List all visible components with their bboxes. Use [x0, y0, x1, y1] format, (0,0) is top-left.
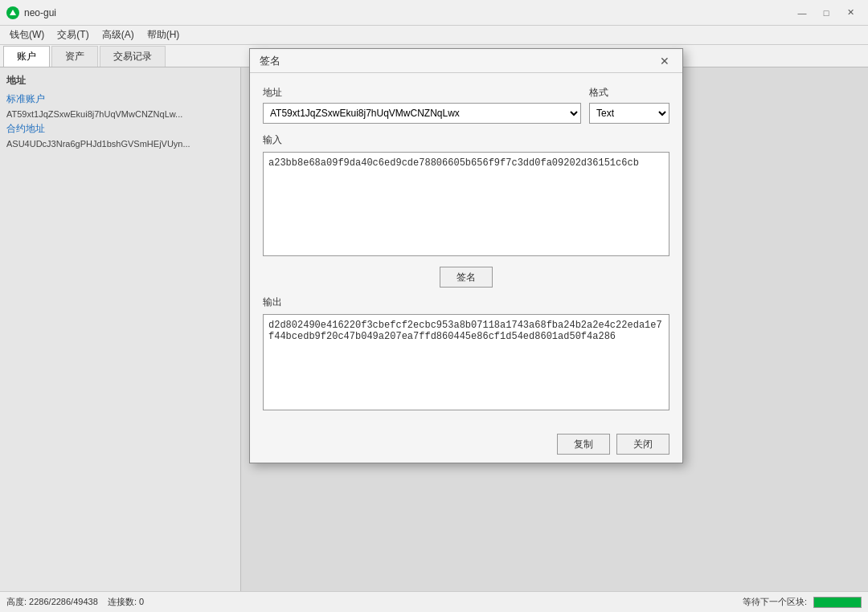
sign-modal: 签名 ✕ 地址 AT59xt1JqZSxwEkui8j7hUqVMwCNZNqL…: [249, 48, 683, 463]
modal-title: 签名: [260, 54, 280, 68]
format-select[interactable]: Text Hex Base64: [589, 103, 669, 124]
height-label: 高度: 2286/2286/49438: [6, 597, 98, 606]
tab-assets[interactable]: 资产: [51, 46, 98, 67]
tab-transactions[interactable]: 交易记录: [100, 46, 166, 67]
status-bar: 高度: 2286/2286/49438 连接数: 0 等待下一个区块:: [0, 591, 868, 612]
input-textarea[interactable]: a23bb8e68a09f9da40c6ed9cde78806605b656f9…: [263, 152, 669, 256]
block-progress: [813, 597, 862, 608]
modal-title-bar: 签名 ✕: [250, 49, 682, 73]
menu-advanced[interactable]: 高级(A): [96, 27, 141, 43]
format-group: 格式 Text Hex Base64: [589, 86, 669, 124]
title-bar-controls: — □ ✕: [791, 5, 862, 21]
address-group: 地址 AT59xt1JqZSxwEkui8j7hUqVMwCNZNqLwx: [263, 86, 581, 124]
output-textarea[interactable]: d2d802490e416220f3cbefcf2ecbc953a8b07118…: [263, 314, 669, 410]
svg-marker-0: [10, 10, 16, 15]
title-bar: neo-gui — □ ✕: [0, 0, 868, 26]
sign-button[interactable]: 签名: [440, 267, 493, 288]
menu-bar: 钱包(W) 交易(T) 高级(A) 帮助(H): [0, 26, 868, 45]
modal-close-button[interactable]: ✕: [657, 53, 673, 69]
address-select[interactable]: AT59xt1JqZSxwEkui8j7hUqVMwCNZNqLwx: [263, 103, 581, 124]
maximize-button[interactable]: □: [815, 5, 837, 21]
menu-help[interactable]: 帮助(H): [141, 27, 186, 43]
menu-transaction[interactable]: 交易(T): [51, 27, 95, 43]
block-progress-fill: [814, 598, 861, 607]
status-right: 等待下一个区块:: [743, 596, 862, 608]
connections-label: 连接数: 0: [108, 597, 144, 606]
modal-body: 地址 AT59xt1JqZSxwEkui8j7hUqVMwCNZNqLwx 格式…: [250, 73, 682, 426]
minimize-button[interactable]: —: [791, 5, 813, 21]
sign-button-row: 签名: [263, 267, 669, 288]
window-close-button[interactable]: ✕: [839, 5, 862, 21]
input-section-title: 输入: [263, 133, 669, 147]
status-left: 高度: 2286/2286/49438 连接数: 0: [6, 596, 144, 608]
app-icon: [6, 6, 19, 19]
address-label: 地址: [263, 86, 581, 100]
dialog-close-button[interactable]: 关闭: [616, 434, 669, 455]
app-title: neo-gui: [24, 7, 56, 18]
title-bar-left: neo-gui: [6, 6, 56, 19]
address-format-row: 地址 AT59xt1JqZSxwEkui8j7hUqVMwCNZNqLwx 格式…: [263, 86, 669, 124]
modal-footer: 复制 关闭: [250, 426, 682, 463]
copy-button[interactable]: 复制: [557, 434, 610, 455]
format-label: 格式: [589, 86, 669, 100]
next-block-label: 等待下一个区块:: [743, 596, 807, 608]
menu-wallet[interactable]: 钱包(W): [3, 27, 51, 43]
tab-accounts[interactable]: 账户: [3, 46, 50, 67]
output-section-title: 输出: [263, 296, 669, 309]
